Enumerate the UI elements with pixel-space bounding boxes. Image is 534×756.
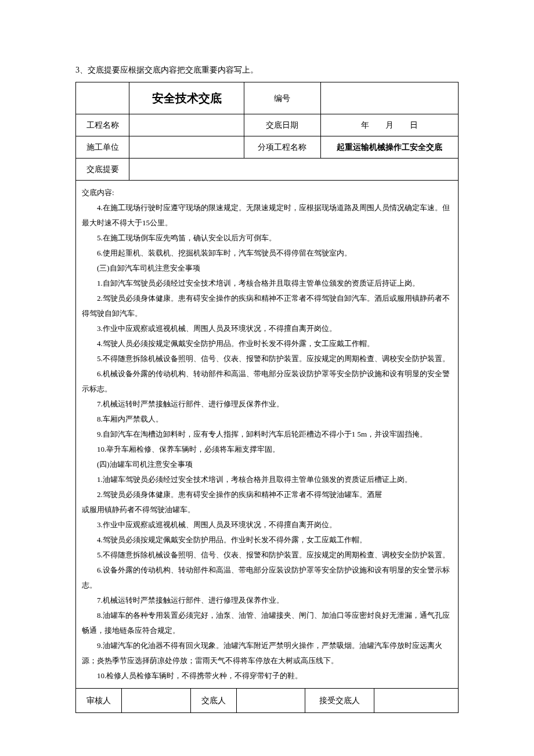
reviewer-label: 审核人 — [76, 689, 122, 713]
content-paragraph: 2.驾驶员必须身体健康。患有碍安全操作的疾病和精神不正常者不得驾驶油罐车。酒屉 — [82, 487, 452, 502]
reviewer-value — [122, 689, 191, 713]
content-paragraph: 5.在施工现场倒车应先鸣笛，确认安全以后方可倒车。 — [82, 231, 452, 246]
receiver-value — [374, 689, 458, 713]
content-paragraph: 5.不得随意拆除机械设备照明、信号、仪表、报警和防护装置。应按规定的周期检查、调… — [82, 351, 452, 366]
content-heading: 交底内容: — [82, 185, 452, 200]
content-paragraph: 或服用镇静药者不得驾驶油罐车。 — [82, 502, 452, 517]
content-paragraph: 1.自卸汽车驾驶员必须经过安全技术培训，考核合格并且取得主管单位颁发的资质证后持… — [82, 276, 452, 291]
project-name-label: 工程名称 — [76, 114, 129, 136]
summary-label: 交底提要 — [76, 159, 129, 181]
content-paragraph: 2.驾驶员必须身体健康。患有碍安全操作的疾病和精神不正常者不得驾驶自卸汽车。酒后… — [82, 291, 452, 321]
content-paragraph: 1.油罐车驾驶员必须经过安全技术培训，考核合格并且取得主管单位颁发的资质证后槽证… — [82, 472, 452, 487]
number-value — [320, 82, 458, 114]
discloser-value — [236, 689, 305, 713]
content-paragraph: 8.车厢内严禁载人。 — [82, 412, 452, 427]
content-paragraph: 9.油罐汽车的化油器不得有回火现象。油罐汽车附近严禁明火操作，严禁吸烟。油罐汽车… — [82, 638, 452, 668]
unit-value — [129, 136, 244, 159]
project-name-value — [129, 114, 244, 136]
paragraphs-container: 4.在施工现场行驶时应遵守现场的限速规定。无限速规定时，应根据现场道路及周围人员… — [82, 200, 452, 683]
content-paragraph: 5.不得随意拆除机械设备照明、信号、仪表、报警和防护装置。应按规定的周期检查、调… — [82, 548, 452, 563]
content-paragraph: 7.机械运转时严禁接触运行部件、进行修理反保养作业。 — [82, 397, 452, 412]
content-paragraph: 8.油罐车的各种专用装置必须完好，油泵、油管、油罐接夹、闸门、加油口等应密封良好… — [82, 608, 452, 638]
content-paragraph: (三)自卸汽车司机注意安全事项 — [82, 261, 452, 276]
discloser-label: 交底人 — [190, 689, 236, 713]
content-paragraph: 10.检修人员检修车辆时，不得携带火种，不得穿带钉子的鞋。 — [82, 668, 452, 683]
document-title: 安全技术交底 — [129, 82, 244, 114]
content-paragraph: 3.作业中应观察或巡视机械、周围人员及环境状况，不得擅自离开岗位。 — [82, 321, 452, 336]
subproject-label: 分项工程名称 — [244, 136, 320, 159]
date-value: 年 月 日 — [320, 114, 458, 136]
content-paragraph: 4.在施工现场行驶时应遵守现场的限速规定。无限速规定时，应根据现场道路及周围人员… — [82, 200, 452, 231]
content-section: 交底内容: 4.在施工现场行驶时应遵守现场的限速规定。无限速规定时，应根据现场道… — [75, 181, 459, 689]
content-paragraph: (四)油罐车司机注意安全事项 — [82, 457, 452, 472]
content-paragraph: 3.作业中应观察或巡视机械、周围人员及环境状况，不得擅自离开岗位。 — [82, 517, 452, 532]
content-paragraph: 6.机械设备外露的传动机构、转动部件和高温、带电部分应装设防护罩等安全防护设施和… — [82, 366, 452, 397]
page-note: 3、交底提要应根据交底内容把交底重要内容写上。 — [75, 64, 459, 76]
unit-label: 施工单位 — [76, 136, 129, 159]
number-label: 编号 — [244, 82, 320, 114]
content-paragraph: 4.驾驶人员必须按规定佩戴安全防护用品。作业时长发不得外露，女工应戴工作帽。 — [82, 336, 452, 351]
blank-cell — [76, 82, 129, 114]
subproject-value: 起重运输机械操作工安全交底 — [320, 136, 458, 159]
date-label: 交底日期 — [244, 114, 320, 136]
receiver-label: 接受交底人 — [305, 689, 374, 713]
content-paragraph: 6.设备外露的传动机构、转动部件和高温、带电部分应装设防护罩等安全防护设施和设有… — [82, 563, 452, 593]
header-table: 安全技术交底 编号 工程名称 交底日期 年 月 日 施工单位 分项工程名称 起重… — [75, 82, 459, 181]
content-paragraph: 4.驾驶员必须按规定佩戴安全防护用品。作业时长发不得外露，女工应戴工作帽。 — [82, 532, 452, 548]
content-paragraph: 9.自卸汽车在淘槽边卸料时，应有专人指挥，卸料时汽车后轮距槽边不得小于1 5m，… — [82, 427, 452, 442]
content-paragraph: 10.举升车厢检修、保养车辆时，必须将车厢支撑牢固。 — [82, 442, 452, 457]
summary-value — [129, 159, 459, 181]
content-paragraph: 6.使用起重机、装载机、挖掘机装卸车时，汽车驾驶员不得停留在驾驶室内。 — [82, 246, 452, 261]
footer-table: 审核人 交底人 接受交底人 — [75, 689, 459, 713]
content-paragraph: 7.机械运转时严禁接触运行部件、进行修理及保养作业。 — [82, 593, 452, 608]
